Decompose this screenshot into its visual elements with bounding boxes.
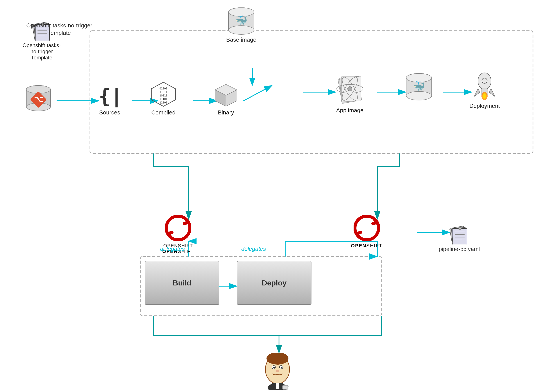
base-image-label: Base image xyxy=(226,36,256,43)
svg-point-85 xyxy=(273,367,275,368)
git-db-svg: ⌥ xyxy=(24,83,53,112)
build-label: Build xyxy=(173,279,192,287)
svg-point-63 xyxy=(478,73,491,89)
jenkins-icon xyxy=(259,353,296,391)
compiled-svg: 01001 11011 10010 01101 11001 xyxy=(149,81,178,107)
app-image-icon: App image xyxy=(333,75,366,114)
svg-text:{|}: {|} xyxy=(99,85,123,107)
svg-marker-65 xyxy=(474,89,480,96)
app-image-label: App image xyxy=(336,107,363,114)
svg-point-69 xyxy=(483,94,486,99)
openshift-right: OPENSHIFT xyxy=(351,215,383,249)
sources-icon: {|} Sources xyxy=(96,85,123,116)
binary-icon: Binary xyxy=(213,83,239,116)
svg-line-8 xyxy=(244,85,272,101)
svg-marker-66 xyxy=(489,89,495,96)
svg-text:⌥: ⌥ xyxy=(34,95,43,104)
svg-point-38 xyxy=(228,26,254,34)
git-repo-icon: ⌥ xyxy=(24,83,53,112)
docker-base-icon: 🐳 Base image xyxy=(226,7,257,43)
svg-text:11001: 11001 xyxy=(159,101,167,104)
svg-text:10010: 10010 xyxy=(159,94,167,97)
openshift-right-text: OPENSHIFT xyxy=(351,243,383,249)
svg-text:11011: 11011 xyxy=(159,91,167,94)
jenkins-svg xyxy=(259,353,296,390)
deployment-label: Deployment xyxy=(469,102,500,109)
sources-svg: {|} xyxy=(96,85,123,107)
deploy-box: Deploy xyxy=(237,261,312,305)
svg-point-86 xyxy=(281,367,282,368)
binary-label: Binary xyxy=(218,109,234,116)
svg-text:01101: 01101 xyxy=(159,98,167,101)
build-box: Build xyxy=(145,261,219,305)
pipeline-bc-container: pipeline-bc.yaml xyxy=(439,224,480,253)
pipeline-bc-label: pipeline-bc.yaml xyxy=(439,246,480,253)
svg-point-87 xyxy=(276,370,279,372)
svg-text:🐳: 🐳 xyxy=(235,15,247,26)
deploy-label: Deploy xyxy=(262,279,287,287)
delegates-left-text: delegates xyxy=(160,246,185,252)
svg-rect-92 xyxy=(282,385,288,389)
svg-point-60 xyxy=(406,91,432,100)
rocket-svg xyxy=(470,72,499,101)
delegates-right-text: delegates xyxy=(241,246,266,252)
diagram-container: Openshift-tasks-no-trigger Template ⌥ 🐳 … xyxy=(0,0,558,392)
template-text-label: Openshift-tasks-no-triggerTemplate xyxy=(26,22,92,37)
diagram-svg xyxy=(0,0,558,392)
binary-svg xyxy=(213,83,239,107)
pipeline-bc-icon xyxy=(449,224,470,244)
docker-base-svg: 🐳 xyxy=(226,7,257,35)
app-image-svg xyxy=(333,75,366,105)
svg-point-57 xyxy=(348,87,352,91)
compiled-label: Compiled xyxy=(151,109,175,116)
deployment-icon: Deployment xyxy=(469,72,500,109)
docker-store-icon: 🐳 xyxy=(404,72,434,101)
svg-rect-91 xyxy=(276,383,279,389)
sources-label: Sources xyxy=(99,109,120,116)
compiled-icon: 01001 11011 10010 01101 11001 Compiled xyxy=(149,81,178,116)
svg-text:01001: 01001 xyxy=(159,87,167,90)
openshift-left-logo xyxy=(165,215,191,241)
svg-point-80 xyxy=(459,228,461,229)
svg-rect-74 xyxy=(453,229,467,244)
openshift-right-logo xyxy=(354,215,380,241)
svg-text:🐳: 🐳 xyxy=(413,80,425,92)
template-label: Openshift-tasks-no-trigger Template xyxy=(20,42,64,61)
docker-store-svg: 🐳 xyxy=(404,72,434,101)
